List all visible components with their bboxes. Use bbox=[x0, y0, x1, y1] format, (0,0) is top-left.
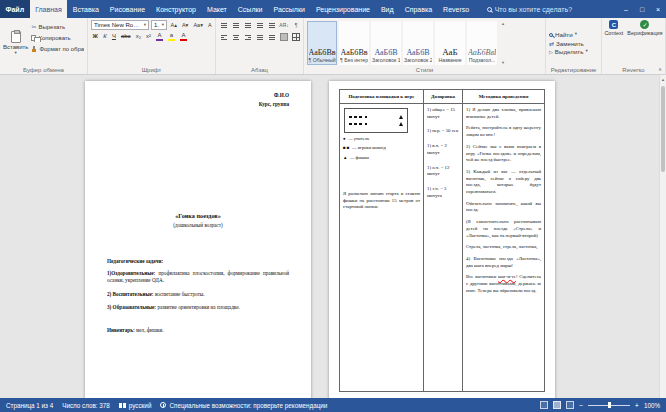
styles-group-label[interactable]: Стили bbox=[307, 66, 542, 73]
language-indicator[interactable]: русский bbox=[119, 402, 152, 409]
replace-button[interactable]: ⇄ Заменить bbox=[549, 40, 598, 47]
print-layout-button[interactable] bbox=[553, 401, 561, 409]
copy-button[interactable]: Копировать bbox=[31, 33, 84, 42]
strikethrough-button[interactable]: abc bbox=[119, 33, 132, 39]
styles-group: АаБбВв¶ ОбычныйАаБбВв¶ Без интер...АаБбВ… bbox=[304, 18, 546, 74]
font-mini-button-0[interactable]: А▴ bbox=[169, 21, 178, 29]
gallery-down-icon[interactable]: ▼ bbox=[501, 60, 505, 65]
accessibility-checker[interactable]: Специальные возможности: проверьте реком… bbox=[160, 402, 327, 409]
tab-Файл[interactable]: Файл bbox=[0, 0, 30, 18]
paragraph-justify-button[interactable] bbox=[255, 32, 265, 42]
zoom-in-button[interactable]: + bbox=[635, 402, 639, 409]
tab-Рецензирование[interactable]: Рецензирование bbox=[310, 0, 375, 18]
bold-button[interactable]: Ж bbox=[91, 33, 99, 39]
text-effects-button[interactable]: А bbox=[154, 32, 164, 41]
tab-Ссылки[interactable]: Ссылки bbox=[232, 0, 268, 18]
subscript-button[interactable]: x₂ bbox=[134, 33, 142, 39]
font-size-select[interactable]: 14 ▾ bbox=[151, 20, 167, 30]
select-button[interactable]: ▷ Выделить ▾ bbox=[549, 48, 598, 55]
paragraph-pilcrow-button[interactable]: ¶ bbox=[291, 20, 301, 30]
document-page-1[interactable]: Ф.И.О Курс, группа «Гонка поездов» (дошк… bbox=[85, 81, 311, 398]
style-card-4[interactable]: АаБНазвание bbox=[435, 21, 465, 65]
paragraph-align-right-button[interactable] bbox=[243, 32, 253, 42]
style-preview: АаБбВв bbox=[309, 48, 336, 57]
document-page-2[interactable]: Подготовка площадки к игреДозировкаМетод… bbox=[329, 81, 555, 398]
style-card-1[interactable]: АаБбВв¶ Без интер... bbox=[339, 21, 369, 65]
paragraph-sort-button[interactable]: АЯ↓ bbox=[279, 20, 289, 30]
tab-Рисование[interactable]: Рисование bbox=[104, 0, 150, 18]
minimize-button[interactable]: – bbox=[618, 0, 634, 18]
tab-Вставка[interactable]: Вставка bbox=[67, 0, 104, 18]
court-diagram bbox=[344, 108, 408, 133]
scrollbar-thumb[interactable] bbox=[661, 86, 665, 172]
tasks-list: 1)Оздоровительные: профилактика плоскост… bbox=[107, 270, 289, 312]
paragraph-indent-button[interactable] bbox=[267, 20, 277, 30]
cut-button[interactable]: ✂ Вырезать bbox=[31, 22, 84, 31]
font-group-label[interactable]: Шрифт bbox=[91, 66, 212, 73]
font-family-select[interactable]: Times New Roman ▾ bbox=[91, 20, 149, 30]
font-mini-button-3[interactable]: А bbox=[206, 21, 213, 29]
word-count-indicator[interactable]: Число слов: 378 bbox=[62, 402, 110, 409]
scroll-up-icon[interactable]: ▲ bbox=[660, 75, 666, 84]
paragraph-align-left-button[interactable] bbox=[219, 32, 229, 42]
superscript-button[interactable]: x² bbox=[144, 33, 152, 39]
underline-button[interactable]: Ч bbox=[110, 33, 117, 39]
zoom-slider-thumb[interactable] bbox=[608, 402, 611, 408]
style-card-5[interactable]: АаБбВвГПодзагол... bbox=[467, 21, 497, 65]
styles-gallery-scroll[interactable]: ▲ ▼ bbox=[500, 20, 505, 66]
paragraph-multilevel-button[interactable] bbox=[243, 20, 253, 30]
player-marker bbox=[349, 116, 352, 119]
font-group: Times New Roman ▾ 14 ▾ А▴А▾Аа▾А ЖКЧabcx₂… bbox=[88, 18, 216, 74]
highlight-button[interactable]: а bbox=[166, 32, 176, 41]
collapse-ribbon-button[interactable]: ∧ bbox=[658, 66, 662, 72]
tab-Главная[interactable]: Главная bbox=[30, 0, 68, 18]
close-button[interactable]: × bbox=[650, 0, 666, 18]
reverso-group-label[interactable]: Reverso bbox=[605, 66, 662, 73]
italic-button[interactable]: К bbox=[101, 33, 108, 39]
inventory-lead: Инвентарь: bbox=[107, 327, 135, 333]
tab-Справка[interactable]: Справка bbox=[399, 0, 437, 18]
font-mini-button-2[interactable]: Аа▾ bbox=[192, 21, 205, 29]
paragraph-outdent-button[interactable] bbox=[255, 20, 265, 30]
paragraph-numbering-button[interactable] bbox=[231, 20, 241, 30]
gallery-up-icon[interactable]: ▲ bbox=[501, 21, 505, 26]
lesson-table: Подготовка площадки к игреДозировкаМетод… bbox=[339, 89, 545, 392]
font-mini-button-1[interactable]: А▾ bbox=[180, 21, 189, 29]
font-color-button[interactable]: А bbox=[178, 32, 188, 41]
find-button[interactable]: Найти ▾ bbox=[549, 31, 598, 38]
tab-Reverso[interactable]: Reverso bbox=[438, 0, 475, 18]
zoom-out-button[interactable]: − bbox=[579, 402, 583, 409]
paragraph-group-label[interactable]: Абзац bbox=[219, 66, 300, 73]
zoom-level[interactable]: 100% bbox=[644, 402, 660, 409]
tell-me-search[interactable]: Что вы хотите сделать? bbox=[487, 0, 572, 18]
style-preview: АаБ bbox=[442, 47, 458, 57]
style-card-3[interactable]: АаБбВЗаголовок 2 bbox=[403, 21, 433, 65]
paragraph-borders-button[interactable] bbox=[291, 32, 301, 42]
clipboard-group-label[interactable]: Буфер обмена bbox=[3, 66, 84, 73]
paragraph-shading-button[interactable] bbox=[279, 32, 289, 42]
tab-Рассылки[interactable]: Рассылки bbox=[268, 0, 310, 18]
tab-Вид[interactable]: Вид bbox=[375, 0, 399, 18]
maximize-button[interactable]: □ bbox=[634, 0, 650, 18]
tab-Конструктор[interactable]: Конструктор bbox=[151, 0, 202, 18]
paragraph-line-spacing-button[interactable] bbox=[267, 32, 277, 42]
paragraph-bullets-button[interactable] bbox=[219, 20, 229, 30]
format-painter-button[interactable]: Формат по образцу bbox=[31, 44, 84, 53]
style-card-2[interactable]: АаБбВЗаголовок 1 bbox=[371, 21, 401, 65]
editing-group-label[interactable]: Редактирование bbox=[549, 66, 598, 73]
page-number-indicator[interactable]: Страница 1 из 4 bbox=[6, 402, 53, 409]
legend-item: ■ ■— игроки команд bbox=[343, 145, 420, 151]
accessibility-label: Специальные возможности: проверьте реком… bbox=[169, 402, 327, 409]
paste-button[interactable]: Вставить ▾ bbox=[3, 20, 28, 66]
read-mode-button[interactable] bbox=[540, 401, 548, 409]
paragraph-align-center-button[interactable] bbox=[231, 32, 241, 42]
reverso-verification-button[interactable]: ✓ Верификация bbox=[627, 20, 662, 66]
web-layout-button[interactable] bbox=[566, 401, 574, 409]
zoom-slider[interactable] bbox=[588, 405, 630, 406]
vertical-scrollbar[interactable]: ▲ bbox=[659, 75, 666, 398]
reverso-context-button[interactable]: C Context bbox=[604, 20, 623, 66]
tab-Макет[interactable]: Макет bbox=[202, 0, 233, 18]
style-card-0[interactable]: АаБбВв¶ Обычный bbox=[307, 21, 337, 65]
multilevel-icon bbox=[244, 21, 252, 29]
paragraph-row-1: АЯ↓¶ bbox=[219, 20, 300, 30]
